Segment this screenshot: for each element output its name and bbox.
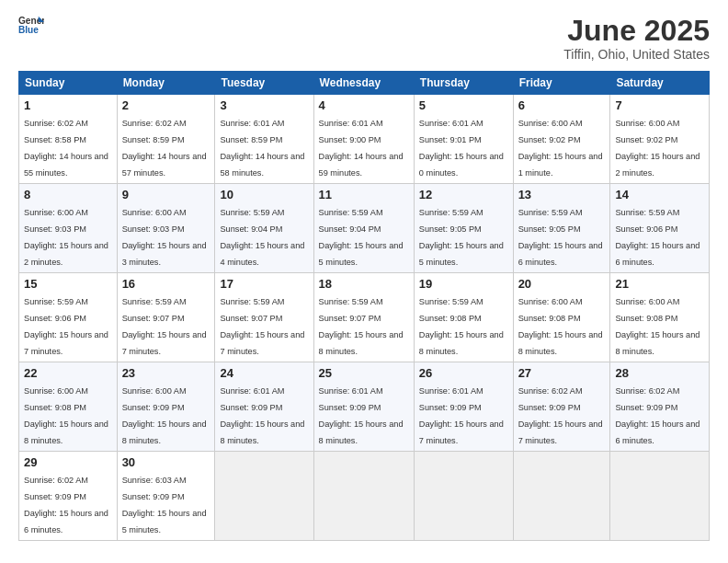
day-number: 2 xyxy=(122,98,210,112)
title-month: June 2025 xyxy=(563,15,710,47)
day-number: 23 xyxy=(122,366,210,380)
day-detail: Sunrise: 5:59 AMSunset: 9:05 PMDaylight:… xyxy=(419,208,504,267)
day-number: 15 xyxy=(24,277,112,291)
day-number: 22 xyxy=(24,366,112,380)
calendar-cell xyxy=(610,452,710,541)
calendar-cell: 12 Sunrise: 5:59 AMSunset: 9:05 PMDaylig… xyxy=(414,184,513,273)
day-detail: Sunrise: 6:00 AMSunset: 9:02 PMDaylight:… xyxy=(518,119,603,178)
day-number: 30 xyxy=(122,455,210,469)
calendar-cell: 16 Sunrise: 5:59 AMSunset: 9:07 PMDaylig… xyxy=(117,273,215,362)
logo-icon: General Blue xyxy=(18,15,44,35)
day-detail: Sunrise: 6:00 AMSunset: 9:08 PMDaylight:… xyxy=(24,386,108,445)
day-detail: Sunrise: 6:01 AMSunset: 9:09 PMDaylight:… xyxy=(419,386,504,445)
day-number: 16 xyxy=(122,277,210,291)
day-detail: Sunrise: 5:59 AMSunset: 9:07 PMDaylight:… xyxy=(122,297,207,356)
day-number: 17 xyxy=(220,277,308,291)
day-detail: Sunrise: 6:02 AMSunset: 9:09 PMDaylight:… xyxy=(24,476,108,534)
day-number: 24 xyxy=(220,366,308,380)
page: General Blue June 2025 Tiffin, Ohio, Uni… xyxy=(0,0,728,563)
calendar-cell: 13 Sunrise: 5:59 AMSunset: 9:05 PMDaylig… xyxy=(513,184,610,273)
col-thursday: Thursday xyxy=(414,72,513,95)
title-location: Tiffin, Ohio, United States xyxy=(563,47,710,62)
col-sunday: Sunday xyxy=(19,72,118,95)
calendar-cell: 21 Sunrise: 6:00 AMSunset: 9:08 PMDaylig… xyxy=(610,273,710,362)
day-number: 26 xyxy=(419,366,508,380)
day-number: 20 xyxy=(518,277,606,291)
calendar-cell: 15 Sunrise: 5:59 AMSunset: 9:06 PMDaylig… xyxy=(19,273,118,362)
logo: General Blue xyxy=(18,15,44,35)
calendar-cell: 3 Sunrise: 6:01 AMSunset: 8:59 PMDayligh… xyxy=(215,95,313,184)
calendar-cell xyxy=(414,452,513,541)
day-detail: Sunrise: 6:01 AMSunset: 8:59 PMDaylight:… xyxy=(220,119,304,178)
calendar-cell: 29 Sunrise: 6:02 AMSunset: 9:09 PMDaylig… xyxy=(19,452,118,541)
day-number: 25 xyxy=(319,366,409,380)
col-friday: Friday xyxy=(513,72,610,95)
calendar-cell: 18 Sunrise: 5:59 AMSunset: 9:07 PMDaylig… xyxy=(313,273,414,362)
day-detail: Sunrise: 6:03 AMSunset: 9:09 PMDaylight:… xyxy=(122,476,207,534)
calendar-cell: 26 Sunrise: 6:01 AMSunset: 9:09 PMDaylig… xyxy=(414,362,513,452)
calendar-table: Sunday Monday Tuesday Wednesday Thursday… xyxy=(18,71,710,541)
calendar-cell: 23 Sunrise: 6:00 AMSunset: 9:09 PMDaylig… xyxy=(117,362,215,452)
col-saturday: Saturday xyxy=(610,72,710,95)
calendar-cell: 22 Sunrise: 6:00 AMSunset: 9:08 PMDaylig… xyxy=(19,362,118,452)
day-detail: Sunrise: 6:00 AMSunset: 9:03 PMDaylight:… xyxy=(122,208,207,267)
day-number: 19 xyxy=(419,277,508,291)
calendar-cell: 6 Sunrise: 6:00 AMSunset: 9:02 PMDayligh… xyxy=(513,95,610,184)
day-number: 7 xyxy=(615,98,704,112)
calendar-cell: 2 Sunrise: 6:02 AMSunset: 8:59 PMDayligh… xyxy=(117,95,215,184)
day-number: 21 xyxy=(615,277,704,291)
day-detail: Sunrise: 6:02 AMSunset: 8:58 PMDaylight:… xyxy=(24,119,108,178)
header: General Blue June 2025 Tiffin, Ohio, Uni… xyxy=(18,15,710,62)
col-monday: Monday xyxy=(117,72,215,95)
header-row: Sunday Monday Tuesday Wednesday Thursday… xyxy=(19,72,710,95)
calendar-cell: 28 Sunrise: 6:02 AMSunset: 9:09 PMDaylig… xyxy=(610,362,710,452)
day-number: 11 xyxy=(319,188,409,201)
col-wednesday: Wednesday xyxy=(313,72,414,95)
day-number: 10 xyxy=(220,188,308,201)
day-detail: Sunrise: 5:59 AMSunset: 9:05 PMDaylight:… xyxy=(518,208,603,267)
day-detail: Sunrise: 6:01 AMSunset: 9:01 PMDaylight:… xyxy=(419,119,504,178)
day-number: 9 xyxy=(122,188,210,201)
day-detail: Sunrise: 5:59 AMSunset: 9:08 PMDaylight:… xyxy=(419,297,504,356)
day-number: 28 xyxy=(615,366,704,380)
calendar-cell: 9 Sunrise: 6:00 AMSunset: 9:03 PMDayligh… xyxy=(117,184,215,273)
day-detail: Sunrise: 5:59 AMSunset: 9:07 PMDaylight:… xyxy=(319,297,404,356)
calendar-cell: 7 Sunrise: 6:00 AMSunset: 9:02 PMDayligh… xyxy=(610,95,710,184)
calendar-cell: 19 Sunrise: 5:59 AMSunset: 9:08 PMDaylig… xyxy=(414,273,513,362)
day-number: 12 xyxy=(419,188,508,201)
day-detail: Sunrise: 6:00 AMSunset: 9:08 PMDaylight:… xyxy=(615,297,700,356)
calendar-cell: 5 Sunrise: 6:01 AMSunset: 9:01 PMDayligh… xyxy=(414,95,513,184)
day-number: 27 xyxy=(518,366,606,380)
day-detail: Sunrise: 5:59 AMSunset: 9:06 PMDaylight:… xyxy=(24,297,108,356)
day-detail: Sunrise: 5:59 AMSunset: 9:07 PMDaylight:… xyxy=(220,297,304,356)
day-detail: Sunrise: 5:59 AMSunset: 9:04 PMDaylight:… xyxy=(220,208,304,267)
day-detail: Sunrise: 6:00 AMSunset: 9:09 PMDaylight:… xyxy=(122,386,207,445)
col-tuesday: Tuesday xyxy=(215,72,313,95)
day-number: 29 xyxy=(24,455,112,469)
day-number: 8 xyxy=(24,188,112,201)
calendar-cell xyxy=(215,452,313,541)
day-number: 18 xyxy=(319,277,409,291)
day-number: 1 xyxy=(24,98,112,112)
day-number: 5 xyxy=(419,98,508,112)
day-detail: Sunrise: 6:02 AMSunset: 8:59 PMDaylight:… xyxy=(122,119,207,178)
calendar-cell: 8 Sunrise: 6:00 AMSunset: 9:03 PMDayligh… xyxy=(19,184,118,273)
calendar-cell: 30 Sunrise: 6:03 AMSunset: 9:09 PMDaylig… xyxy=(117,452,215,541)
day-detail: Sunrise: 6:02 AMSunset: 9:09 PMDaylight:… xyxy=(615,386,700,445)
calendar-cell: 4 Sunrise: 6:01 AMSunset: 9:00 PMDayligh… xyxy=(313,95,414,184)
day-number: 14 xyxy=(615,188,704,201)
day-detail: Sunrise: 5:59 AMSunset: 9:06 PMDaylight:… xyxy=(615,208,700,267)
day-detail: Sunrise: 6:01 AMSunset: 9:09 PMDaylight:… xyxy=(220,386,304,445)
calendar-cell: 10 Sunrise: 5:59 AMSunset: 9:04 PMDaylig… xyxy=(215,184,313,273)
day-detail: Sunrise: 6:00 AMSunset: 9:02 PMDaylight:… xyxy=(615,119,700,178)
calendar-cell: 25 Sunrise: 6:01 AMSunset: 9:09 PMDaylig… xyxy=(313,362,414,452)
calendar-cell: 27 Sunrise: 6:02 AMSunset: 9:09 PMDaylig… xyxy=(513,362,610,452)
calendar-cell: 20 Sunrise: 6:00 AMSunset: 9:08 PMDaylig… xyxy=(513,273,610,362)
day-detail: Sunrise: 6:00 AMSunset: 9:03 PMDaylight:… xyxy=(24,208,108,267)
day-number: 4 xyxy=(319,98,409,112)
calendar-cell: 1 Sunrise: 6:02 AMSunset: 8:58 PMDayligh… xyxy=(19,95,118,184)
day-detail: Sunrise: 6:01 AMSunset: 9:00 PMDaylight:… xyxy=(319,119,404,178)
calendar-cell: 14 Sunrise: 5:59 AMSunset: 9:06 PMDaylig… xyxy=(610,184,710,273)
calendar-cell: 24 Sunrise: 6:01 AMSunset: 9:09 PMDaylig… xyxy=(215,362,313,452)
calendar-cell: 11 Sunrise: 5:59 AMSunset: 9:04 PMDaylig… xyxy=(313,184,414,273)
